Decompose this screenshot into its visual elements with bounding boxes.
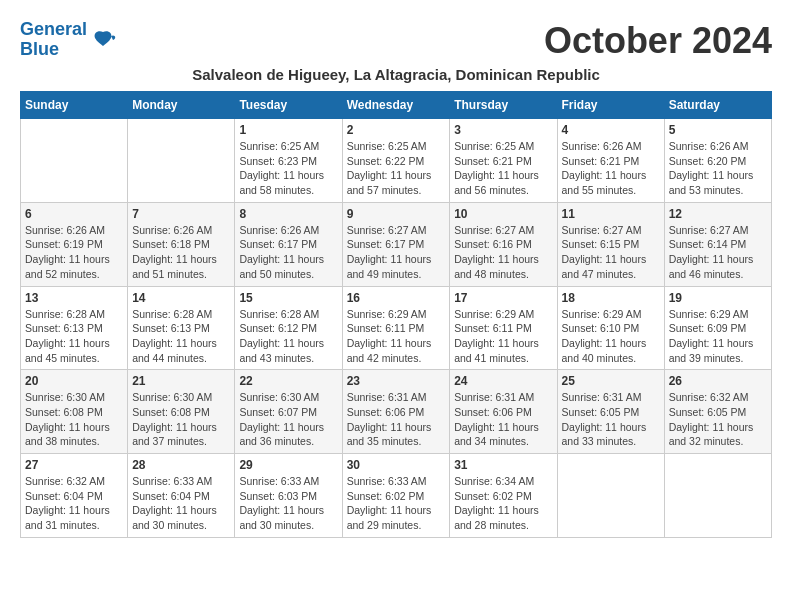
day-info: Sunrise: 6:27 AM Sunset: 6:15 PM Dayligh… [562,223,660,282]
day-info: Sunrise: 6:26 AM Sunset: 6:21 PM Dayligh… [562,139,660,198]
day-info: Sunrise: 6:31 AM Sunset: 6:06 PM Dayligh… [454,390,552,449]
day-number: 31 [454,458,552,472]
day-info: Sunrise: 6:27 AM Sunset: 6:16 PM Dayligh… [454,223,552,282]
day-number: 5 [669,123,767,137]
day-info: Sunrise: 6:25 AM Sunset: 6:21 PM Dayligh… [454,139,552,198]
day-info: Sunrise: 6:32 AM Sunset: 6:05 PM Dayligh… [669,390,767,449]
calendar-cell: 17Sunrise: 6:29 AM Sunset: 6:11 PM Dayli… [450,286,557,370]
day-number: 30 [347,458,446,472]
day-number: 21 [132,374,230,388]
calendar-cell: 22Sunrise: 6:30 AM Sunset: 6:07 PM Dayli… [235,370,342,454]
calendar-header-tuesday: Tuesday [235,92,342,119]
day-number: 9 [347,207,446,221]
day-number: 15 [239,291,337,305]
day-number: 1 [239,123,337,137]
calendar-cell: 20Sunrise: 6:30 AM Sunset: 6:08 PM Dayli… [21,370,128,454]
calendar-cell: 11Sunrise: 6:27 AM Sunset: 6:15 PM Dayli… [557,202,664,286]
day-number: 22 [239,374,337,388]
day-number: 3 [454,123,552,137]
calendar-cell: 26Sunrise: 6:32 AM Sunset: 6:05 PM Dayli… [664,370,771,454]
day-info: Sunrise: 6:26 AM Sunset: 6:17 PM Dayligh… [239,223,337,282]
calendar-cell [557,454,664,538]
day-number: 23 [347,374,446,388]
calendar-cell: 31Sunrise: 6:34 AM Sunset: 6:02 PM Dayli… [450,454,557,538]
day-number: 6 [25,207,123,221]
day-number: 11 [562,207,660,221]
calendar-cell: 12Sunrise: 6:27 AM Sunset: 6:14 PM Dayli… [664,202,771,286]
calendar-header-row: SundayMondayTuesdayWednesdayThursdayFrid… [21,92,772,119]
calendar-cell: 7Sunrise: 6:26 AM Sunset: 6:18 PM Daylig… [128,202,235,286]
calendar-cell: 21Sunrise: 6:30 AM Sunset: 6:08 PM Dayli… [128,370,235,454]
calendar-header-wednesday: Wednesday [342,92,450,119]
calendar-cell: 1Sunrise: 6:25 AM Sunset: 6:23 PM Daylig… [235,119,342,203]
day-number: 2 [347,123,446,137]
day-info: Sunrise: 6:30 AM Sunset: 6:08 PM Dayligh… [25,390,123,449]
calendar-cell: 4Sunrise: 6:26 AM Sunset: 6:21 PM Daylig… [557,119,664,203]
day-info: Sunrise: 6:26 AM Sunset: 6:18 PM Dayligh… [132,223,230,282]
day-number: 17 [454,291,552,305]
calendar-header-saturday: Saturday [664,92,771,119]
day-info: Sunrise: 6:30 AM Sunset: 6:07 PM Dayligh… [239,390,337,449]
calendar-week-row: 1Sunrise: 6:25 AM Sunset: 6:23 PM Daylig… [21,119,772,203]
day-info: Sunrise: 6:32 AM Sunset: 6:04 PM Dayligh… [25,474,123,533]
calendar-cell: 30Sunrise: 6:33 AM Sunset: 6:02 PM Dayli… [342,454,450,538]
calendar-cell: 28Sunrise: 6:33 AM Sunset: 6:04 PM Dayli… [128,454,235,538]
day-info: Sunrise: 6:30 AM Sunset: 6:08 PM Dayligh… [132,390,230,449]
day-number: 20 [25,374,123,388]
calendar-table: SundayMondayTuesdayWednesdayThursdayFrid… [20,91,772,538]
day-number: 12 [669,207,767,221]
day-info: Sunrise: 6:34 AM Sunset: 6:02 PM Dayligh… [454,474,552,533]
calendar-week-row: 13Sunrise: 6:28 AM Sunset: 6:13 PM Dayli… [21,286,772,370]
calendar-header-friday: Friday [557,92,664,119]
calendar-cell: 18Sunrise: 6:29 AM Sunset: 6:10 PM Dayli… [557,286,664,370]
calendar-cell: 24Sunrise: 6:31 AM Sunset: 6:06 PM Dayli… [450,370,557,454]
calendar-week-row: 27Sunrise: 6:32 AM Sunset: 6:04 PM Dayli… [21,454,772,538]
day-number: 8 [239,207,337,221]
calendar-week-row: 20Sunrise: 6:30 AM Sunset: 6:08 PM Dayli… [21,370,772,454]
day-number: 10 [454,207,552,221]
calendar-cell: 5Sunrise: 6:26 AM Sunset: 6:20 PM Daylig… [664,119,771,203]
calendar-cell: 9Sunrise: 6:27 AM Sunset: 6:17 PM Daylig… [342,202,450,286]
calendar-cell: 8Sunrise: 6:26 AM Sunset: 6:17 PM Daylig… [235,202,342,286]
day-number: 29 [239,458,337,472]
day-number: 28 [132,458,230,472]
calendar-cell: 10Sunrise: 6:27 AM Sunset: 6:16 PM Dayli… [450,202,557,286]
day-info: Sunrise: 6:29 AM Sunset: 6:11 PM Dayligh… [454,307,552,366]
day-number: 7 [132,207,230,221]
calendar-cell [664,454,771,538]
day-info: Sunrise: 6:26 AM Sunset: 6:20 PM Dayligh… [669,139,767,198]
day-info: Sunrise: 6:28 AM Sunset: 6:12 PM Dayligh… [239,307,337,366]
day-number: 18 [562,291,660,305]
day-info: Sunrise: 6:26 AM Sunset: 6:19 PM Dayligh… [25,223,123,282]
calendar-cell: 15Sunrise: 6:28 AM Sunset: 6:12 PM Dayli… [235,286,342,370]
day-info: Sunrise: 6:25 AM Sunset: 6:22 PM Dayligh… [347,139,446,198]
calendar-header-thursday: Thursday [450,92,557,119]
day-number: 26 [669,374,767,388]
day-number: 27 [25,458,123,472]
logo: General Blue [20,20,117,60]
day-number: 16 [347,291,446,305]
day-info: Sunrise: 6:28 AM Sunset: 6:13 PM Dayligh… [132,307,230,366]
day-info: Sunrise: 6:31 AM Sunset: 6:05 PM Dayligh… [562,390,660,449]
day-number: 19 [669,291,767,305]
logo-bird-icon [89,26,117,54]
calendar-cell [21,119,128,203]
calendar-cell: 14Sunrise: 6:28 AM Sunset: 6:13 PM Dayli… [128,286,235,370]
page-header: General Blue October 2024 [20,20,772,62]
calendar-cell: 2Sunrise: 6:25 AM Sunset: 6:22 PM Daylig… [342,119,450,203]
calendar-cell: 19Sunrise: 6:29 AM Sunset: 6:09 PM Dayli… [664,286,771,370]
day-info: Sunrise: 6:29 AM Sunset: 6:09 PM Dayligh… [669,307,767,366]
calendar-cell: 13Sunrise: 6:28 AM Sunset: 6:13 PM Dayli… [21,286,128,370]
day-info: Sunrise: 6:33 AM Sunset: 6:02 PM Dayligh… [347,474,446,533]
calendar-cell: 3Sunrise: 6:25 AM Sunset: 6:21 PM Daylig… [450,119,557,203]
day-info: Sunrise: 6:28 AM Sunset: 6:13 PM Dayligh… [25,307,123,366]
calendar-cell: 23Sunrise: 6:31 AM Sunset: 6:06 PM Dayli… [342,370,450,454]
calendar-subtitle: Salvaleon de Higueey, La Altagracia, Dom… [20,66,772,83]
day-number: 13 [25,291,123,305]
logo-text: General Blue [20,20,87,60]
day-number: 4 [562,123,660,137]
month-title: October 2024 [544,20,772,62]
day-number: 24 [454,374,552,388]
day-info: Sunrise: 6:33 AM Sunset: 6:04 PM Dayligh… [132,474,230,533]
day-number: 25 [562,374,660,388]
